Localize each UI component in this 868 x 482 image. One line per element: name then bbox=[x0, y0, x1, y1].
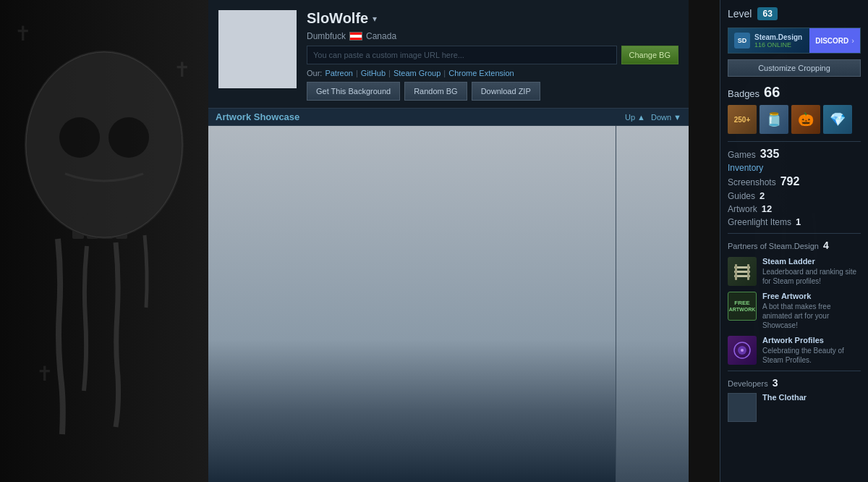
artwork-profiles-icon bbox=[728, 336, 757, 365]
free-label: FREE bbox=[734, 300, 749, 307]
free-artwork-desc: A bot that makes free animated art for y… bbox=[762, 302, 861, 330]
artwork-profiles-desc: Celebrating the Beauty of Steam Profiles… bbox=[762, 346, 861, 365]
url-input-row: Change BG bbox=[307, 46, 678, 64]
developer-name-0: The Clothar bbox=[762, 393, 807, 402]
partner-artwork-profiles[interactable]: Artwork Profiles Celebrating the Beauty … bbox=[728, 336, 861, 365]
username-dropdown-arrow[interactable]: ▾ bbox=[373, 14, 377, 24]
github-link[interactable]: GitHub bbox=[361, 69, 386, 77]
badges-header: Badges 66 bbox=[728, 84, 861, 101]
profile-header: SloWolfe ▾ Dumbfuck Canada Change BG Our… bbox=[208, 0, 689, 109]
level-badge: 63 bbox=[757, 7, 777, 20]
links-row: Our: Patreon | GitHub | Steam Group | Ch… bbox=[307, 69, 678, 77]
steam-design-banner[interactable]: SD Steam.Design 116 ONLINE DISCORD › bbox=[728, 28, 861, 54]
up-arrow-icon: ▲ bbox=[637, 113, 645, 122]
download-zip-button[interactable]: Download ZIP bbox=[472, 82, 540, 101]
badge-pumpkin-item[interactable]: 🎃 bbox=[791, 105, 820, 134]
svg-point-22 bbox=[741, 349, 744, 352]
username: SloWolfe bbox=[307, 10, 368, 27]
get-bg-button[interactable]: Get This Background bbox=[307, 82, 400, 101]
steam-ladder-icon bbox=[728, 257, 757, 286]
badges-label: Badges bbox=[728, 88, 760, 99]
right-panel: Level 63 SD Steam.Design 116 ONLINE DISC… bbox=[720, 0, 868, 482]
partners-header: Partners of Steam.Design 4 bbox=[728, 240, 861, 251]
username-row: SloWolfe ▾ bbox=[307, 10, 678, 27]
badges-count: 66 bbox=[764, 84, 780, 101]
change-bg-button[interactable]: Change BG bbox=[621, 46, 678, 64]
badge-250-item[interactable]: 250+ bbox=[728, 105, 757, 134]
developer-info-0: The Clothar bbox=[762, 393, 807, 422]
svg-rect-5 bbox=[101, 213, 113, 239]
buttons-row: Get This Background Random BG Download Z… bbox=[307, 82, 678, 101]
custom-image-url-input[interactable] bbox=[307, 46, 617, 64]
svg-rect-6 bbox=[116, 217, 127, 239]
chrome-extension-link[interactable]: Chrome Extension bbox=[448, 69, 514, 77]
showcase-down-button[interactable]: Down ▼ bbox=[651, 113, 681, 122]
discord-arrow-icon: › bbox=[851, 36, 854, 45]
artwork-profiles-info: Artwork Profiles Celebrating the Beauty … bbox=[762, 336, 861, 365]
country: Canada bbox=[366, 31, 396, 41]
steam-design-name: Steam.Design bbox=[754, 33, 802, 41]
divider-1 bbox=[728, 141, 861, 142]
sep1: | bbox=[356, 69, 358, 77]
games-row: Games 335 bbox=[728, 148, 861, 161]
main-content: SloWolfe ▾ Dumbfuck Canada Change BG Our… bbox=[208, 0, 689, 482]
down-label: Down bbox=[651, 113, 671, 122]
svg-rect-18 bbox=[735, 264, 737, 280]
showcase-up-button[interactable]: Up ▲ bbox=[625, 113, 645, 122]
badge-cauldron-item[interactable]: 🫙 bbox=[760, 105, 788, 134]
greenlight-label: Greenlight Items bbox=[728, 217, 791, 227]
up-label: Up bbox=[625, 113, 635, 122]
steam-ladder-name: Steam Ladder bbox=[762, 257, 861, 266]
free-artwork-icon: FREE ARTWORK bbox=[728, 292, 757, 321]
guides-label: Guides bbox=[728, 191, 755, 201]
games-value: 335 bbox=[760, 148, 780, 161]
screenshots-row: Screenshots 792 bbox=[728, 175, 861, 188]
showcase-section: Artwork Showcase Up ▲ Down ▼ bbox=[208, 109, 689, 482]
discord-section[interactable]: DISCORD › bbox=[809, 28, 860, 53]
free-artwork-info: Free Artwork A bot that makes free anima… bbox=[762, 292, 861, 330]
screenshots-value: 792 bbox=[780, 175, 800, 188]
random-bg-button[interactable]: Random BG bbox=[404, 82, 467, 101]
avatar bbox=[218, 10, 297, 88]
artwork-row: Artwork 12 bbox=[728, 203, 861, 214]
profiles-svg bbox=[731, 339, 753, 361]
partners-count: 4 bbox=[823, 240, 829, 251]
sep3: | bbox=[443, 69, 446, 77]
svg-point-0 bbox=[25, 51, 184, 239]
guides-value: 2 bbox=[760, 190, 765, 201]
guides-row: Guides 2 bbox=[728, 190, 861, 201]
showcase-header: Artwork Showcase Up ▲ Down ▼ bbox=[208, 109, 689, 126]
free-artwork-name: Free Artwork bbox=[762, 292, 861, 300]
partners-label: Partners of Steam.Design bbox=[728, 242, 819, 250]
customize-cropping-button[interactable]: Customize Cropping bbox=[728, 59, 861, 77]
developers-count: 3 bbox=[773, 377, 778, 389]
showcase-main-image bbox=[208, 126, 616, 482]
badge-250-label: 250+ bbox=[734, 116, 751, 124]
badge-gem-item[interactable]: 💎 bbox=[823, 105, 852, 134]
inventory-link[interactable]: Inventory bbox=[728, 163, 861, 173]
greenlight-value: 1 bbox=[796, 216, 801, 227]
steam-design-online: 116 ONLINE bbox=[754, 41, 802, 48]
patreon-link[interactable]: Patreon bbox=[325, 69, 353, 77]
svg-rect-3 bbox=[72, 217, 84, 239]
gem-icon: 💎 bbox=[830, 111, 846, 127]
svg-rect-19 bbox=[747, 264, 749, 280]
showcase-images bbox=[208, 126, 689, 482]
partner-steam-ladder[interactable]: Steam Ladder Leaderboard and ranking sit… bbox=[728, 257, 861, 286]
steam-group-link[interactable]: Steam Group bbox=[393, 69, 441, 77]
artwork-profiles-name: Artwork Profiles bbox=[762, 336, 861, 344]
sub-info: Dumbfuck Canada bbox=[307, 31, 678, 41]
svg-point-1 bbox=[59, 117, 100, 158]
divider-3 bbox=[728, 371, 861, 371]
steam-ladder-info: Steam Ladder Leaderboard and ranking sit… bbox=[762, 257, 861, 286]
artwork-label: ARTWORK bbox=[729, 307, 756, 313]
developer-item-0[interactable]: The Clothar bbox=[728, 393, 861, 422]
showcase-side-image bbox=[616, 126, 689, 482]
showcase-title: Artwork Showcase bbox=[216, 111, 299, 122]
partner-free-artwork[interactable]: FREE ARTWORK Free Artwork A bot that mak… bbox=[728, 292, 861, 330]
steam-design-left: SD Steam.Design 116 ONLINE bbox=[728, 28, 809, 53]
greenlight-row: Greenlight Items 1 bbox=[728, 216, 861, 227]
pumpkin-icon: 🎃 bbox=[798, 111, 814, 127]
developer-avatar-0 bbox=[728, 393, 757, 422]
flag-icon bbox=[349, 32, 362, 41]
